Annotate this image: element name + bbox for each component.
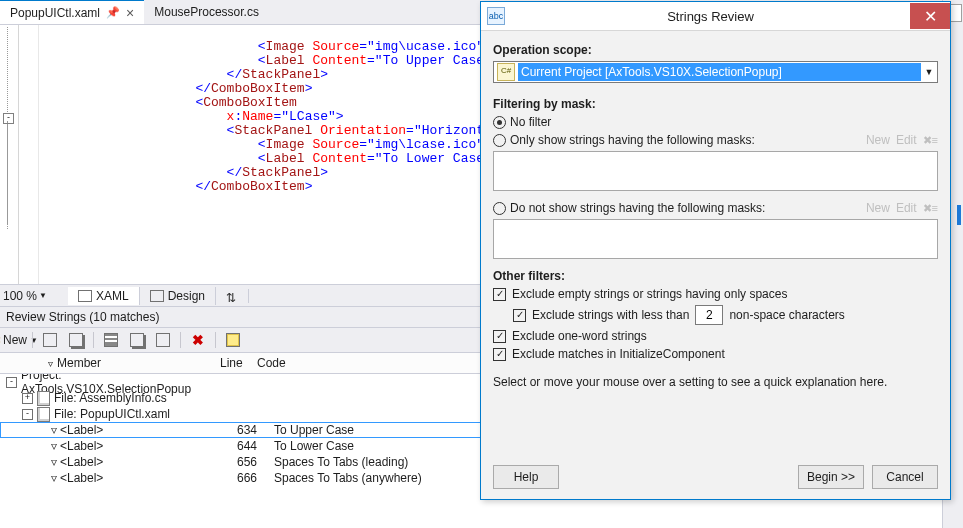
cb-init-component[interactable]: ✓ [493, 348, 506, 361]
scope-heading: Operation scope: [493, 43, 938, 57]
mask-new-link[interactable]: New [866, 201, 890, 215]
chevron-down-icon[interactable]: ▼ [39, 291, 47, 300]
new-button[interactable]: ✶ New ▼ [4, 329, 26, 351]
cb-one-word[interactable]: ✓ [493, 330, 506, 343]
cb-exclude-empty[interactable]: ✓ [493, 288, 506, 301]
col-member[interactable]: ▿ Member [48, 356, 220, 370]
scope-combo[interactable]: C# Current Project [AxTools.VS10X.Select… [493, 61, 938, 83]
file-icon [37, 391, 50, 406]
tb-icon-4[interactable] [126, 329, 148, 351]
view-xaml[interactable]: XAML [68, 287, 140, 305]
hint-text: Select or move your mouse over a setting… [493, 375, 938, 389]
swap-icon: ⇅ [226, 291, 238, 301]
file-icon [37, 407, 50, 422]
tab-label: PopupUICtl.xaml [10, 6, 100, 20]
view-design[interactable]: Design [140, 287, 216, 305]
cb-label: Exclude one-word strings [512, 329, 647, 343]
cb-label: non-space characters [729, 308, 844, 322]
tb-icon-2[interactable] [65, 329, 87, 351]
zoom-combo[interactable]: 100 % ▼ [3, 289, 65, 303]
dup-icon [69, 333, 83, 347]
strings-review-dialog: abc Strings Review ✕ Operation scope: C#… [480, 1, 951, 500]
tb-icon-1[interactable] [39, 329, 61, 351]
row-line: 656 [237, 455, 274, 469]
scope-value: Current Project [AxTools.VS10X.Selection… [518, 63, 921, 81]
pin-icon[interactable]: 📌 [106, 6, 120, 19]
sparkle-icon: ✶ [0, 334, 1, 347]
col-code[interactable]: Code [257, 356, 286, 370]
chevron-down-icon[interactable]: ▼ [921, 67, 937, 77]
outlining-margin[interactable]: - [0, 25, 19, 284]
cb-label: Exclude strings with less than [532, 308, 689, 322]
tb-icon-5[interactable] [152, 329, 174, 351]
close-icon[interactable]: × [126, 6, 134, 20]
filter-heading: Filtering by mask: [493, 97, 938, 111]
expand-toggle[interactable]: + [22, 393, 33, 404]
close-button[interactable]: ✕ [910, 3, 950, 29]
filter-icon: ▿ [51, 439, 57, 453]
radio-no-filter[interactable] [493, 116, 506, 129]
col-line[interactable]: Line [220, 356, 257, 370]
row-line: 644 [237, 439, 274, 453]
editor-tab-mouseprocessor[interactable]: MouseProcessor.cs [144, 0, 269, 24]
cancel-button[interactable]: Cancel [872, 465, 938, 489]
design-icon [150, 290, 164, 302]
highlight-icon [226, 333, 240, 347]
csharp-icon: C# [497, 63, 515, 81]
row-label: <Label> [60, 471, 237, 485]
zoom-value: 100 % [3, 289, 37, 303]
mask-edit-link[interactable]: Edit [896, 133, 917, 147]
view-swap[interactable]: ⇅ [216, 289, 249, 303]
row-label: File: AssemblyInfo.cs [54, 391, 231, 405]
copy-icon [130, 333, 144, 347]
expand-toggle[interactable]: - [6, 377, 17, 388]
min-chars-input[interactable] [695, 305, 723, 325]
x-icon: ✖ [192, 333, 204, 347]
begin-button[interactable]: Begin >> [798, 465, 864, 489]
editor-tab-popupuictl[interactable]: PopupUICtl.xaml 📌 × [0, 0, 144, 24]
tab-label: MouseProcessor.cs [154, 5, 259, 19]
win-icon [156, 333, 170, 347]
bars-icon [104, 333, 118, 347]
filter-icon: ▿ [51, 423, 57, 437]
collapse-toggle[interactable]: - [3, 113, 14, 124]
grid-icon [43, 333, 57, 347]
radio-label: No filter [510, 115, 551, 129]
change-margin [19, 25, 27, 284]
row-line: 634 [237, 423, 274, 437]
mask-edit-link[interactable]: Edit [896, 201, 917, 215]
radio-label: Only show strings having the following m… [510, 133, 755, 147]
cb-label: Exclude empty strings or strings having … [512, 287, 787, 301]
row-label: <Label> [60, 455, 237, 469]
radio-only-masks[interactable] [493, 134, 506, 147]
cb-label: Exclude matches in InitializeComponent [512, 347, 725, 361]
xaml-icon [78, 290, 92, 302]
filter-icon: ▿ [48, 358, 53, 369]
row-line: 666 [237, 471, 274, 485]
filter-icon: ▿ [51, 455, 57, 469]
tb-icon-3[interactable] [100, 329, 122, 351]
mask-delete-icon[interactable]: ✖≡ [923, 134, 938, 147]
cb-min-chars[interactable]: ✓ [513, 309, 526, 322]
except-masks-box[interactable] [493, 219, 938, 259]
mask-new-link[interactable]: New [866, 133, 890, 147]
expand-toggle[interactable]: - [22, 409, 33, 420]
dialog-icon: abc [487, 7, 505, 25]
help-button[interactable]: Help [493, 465, 559, 489]
only-masks-box[interactable] [493, 151, 938, 191]
radio-except-masks[interactable] [493, 202, 506, 215]
radio-label: Do not show strings having the following… [510, 201, 765, 215]
mask-delete-icon[interactable]: ✖≡ [923, 202, 938, 215]
tb-icon-skip[interactable]: ✖ [187, 329, 209, 351]
toolwindow-title: Review Strings (10 matches) [6, 310, 159, 324]
dialog-title: Strings Review [511, 9, 910, 24]
filter-icon: ▿ [51, 471, 57, 485]
row-label: <Label> [60, 423, 237, 437]
tb-icon-highlight[interactable] [222, 329, 244, 351]
row-label: File: PopupUICtl.xaml [54, 407, 231, 421]
other-heading: Other filters: [493, 269, 938, 283]
row-label: <Label> [60, 439, 237, 453]
